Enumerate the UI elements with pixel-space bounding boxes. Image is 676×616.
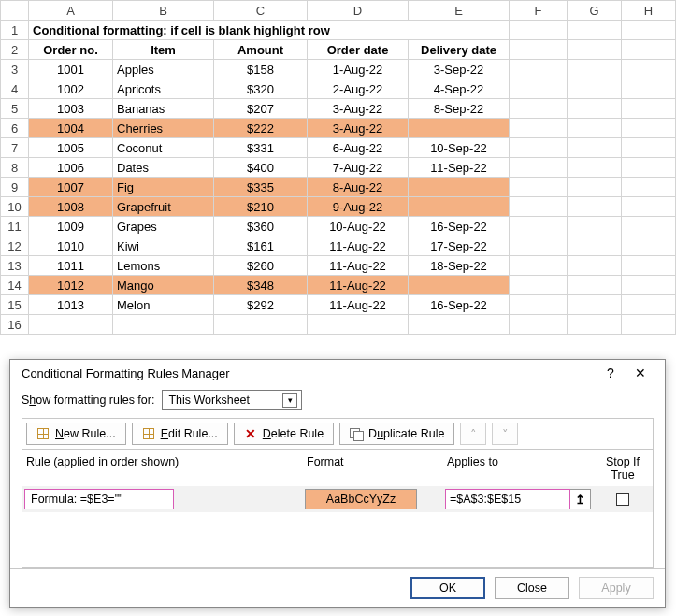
cell-item[interactable]: Grapes xyxy=(113,217,214,236)
row-9[interactable]: 9 xyxy=(1,178,29,197)
cell[interactable] xyxy=(510,158,568,178)
cell-item[interactable]: Bananas xyxy=(113,99,214,119)
row-5[interactable]: 5 xyxy=(1,99,29,119)
cell-item[interactable]: Coconut xyxy=(113,138,214,158)
cell-amount[interactable]: $331 xyxy=(214,138,308,158)
row-2[interactable]: 2 xyxy=(1,40,29,60)
col-E[interactable]: E xyxy=(409,1,510,21)
cell-amount[interactable]: $335 xyxy=(214,178,308,197)
cell-item[interactable]: Apples xyxy=(113,60,214,79)
col-B[interactable]: B xyxy=(113,1,214,21)
cell-order[interactable]: 1003 xyxy=(29,99,113,119)
cell-odate[interactable]: 11-Aug-22 xyxy=(308,276,409,295)
cell-amount[interactable]: $210 xyxy=(214,197,308,217)
header-ddate[interactable]: Delivery date xyxy=(409,40,510,60)
cell[interactable] xyxy=(510,60,568,79)
cell-order[interactable]: 1009 xyxy=(29,217,113,236)
cell-order[interactable]: 1011 xyxy=(29,256,113,276)
cell-ddate[interactable]: 16-Sep-22 xyxy=(409,295,510,315)
cell-item[interactable]: Apricots xyxy=(113,79,214,99)
cell[interactable] xyxy=(510,236,568,256)
cell[interactable] xyxy=(622,197,676,217)
cell[interactable] xyxy=(568,158,622,178)
cell-amount[interactable]: $360 xyxy=(214,217,308,236)
stop-if-true-checkbox[interactable] xyxy=(616,493,629,506)
col-A[interactable]: A xyxy=(29,1,113,21)
cell-amount[interactable]: $158 xyxy=(214,60,308,79)
cell-amount[interactable]: $222 xyxy=(214,119,308,138)
spreadsheet-grid[interactable]: A B C D E F G H 1 Conditional formatting… xyxy=(0,0,676,335)
cell[interactable] xyxy=(622,217,676,236)
cell[interactable] xyxy=(568,315,622,335)
cell-ddate[interactable] xyxy=(409,178,510,197)
row-4[interactable]: 4 xyxy=(1,79,29,99)
cell-item[interactable]: Fig xyxy=(113,178,214,197)
cell[interactable] xyxy=(622,21,676,40)
cell[interactable] xyxy=(622,138,676,158)
cell[interactable] xyxy=(622,256,676,276)
row-1[interactable]: 1 xyxy=(1,21,29,40)
col-D[interactable]: D xyxy=(308,1,409,21)
cell[interactable] xyxy=(568,236,622,256)
cell-order[interactable]: 1010 xyxy=(29,236,113,256)
range-picker-button[interactable]: ↥ xyxy=(570,489,591,509)
cell[interactable] xyxy=(568,295,622,315)
row-11[interactable]: 11 xyxy=(1,217,29,236)
cell[interactable] xyxy=(622,276,676,295)
cell[interactable] xyxy=(308,315,409,335)
cell-item[interactable]: Dates xyxy=(113,158,214,178)
close-icon[interactable]: ✕ xyxy=(626,365,655,380)
cell-order[interactable]: 1005 xyxy=(29,138,113,158)
cell-odate[interactable]: 8-Aug-22 xyxy=(308,178,409,197)
cell[interactable] xyxy=(622,315,676,335)
cell[interactable] xyxy=(622,40,676,60)
cell-item[interactable]: Cherries xyxy=(113,119,214,138)
row-8[interactable]: 8 xyxy=(1,158,29,178)
cell[interactable] xyxy=(510,295,568,315)
cell[interactable] xyxy=(568,60,622,79)
cell-amount[interactable]: $400 xyxy=(214,158,308,178)
help-button[interactable]: ? xyxy=(596,365,626,380)
cell-order[interactable]: 1006 xyxy=(29,158,113,178)
format-preview[interactable]: AaBbCcYyZz xyxy=(305,489,417,509)
row-3[interactable]: 3 xyxy=(1,60,29,79)
header-item[interactable]: Item xyxy=(113,40,214,60)
cell-ddate[interactable]: 17-Sep-22 xyxy=(409,236,510,256)
cell[interactable] xyxy=(568,197,622,217)
cell[interactable] xyxy=(568,40,622,60)
delete-rule-button[interactable]: ✕Delete Rule xyxy=(234,423,334,445)
rule-formula[interactable]: Formula: =$E3="" xyxy=(24,489,174,509)
cell-amount[interactable]: $260 xyxy=(214,256,308,276)
scope-select[interactable]: This Worksheet ▾ xyxy=(162,390,302,410)
row-7[interactable]: 7 xyxy=(1,138,29,158)
cell-order[interactable]: 1008 xyxy=(29,197,113,217)
cell-ddate[interactable]: 3-Sep-22 xyxy=(409,60,510,79)
cell-amount[interactable]: $207 xyxy=(214,99,308,119)
cell-amount[interactable]: $292 xyxy=(214,295,308,315)
edit-rule-button[interactable]: Edit Rule... xyxy=(132,423,228,445)
cell[interactable] xyxy=(622,178,676,197)
cell[interactable] xyxy=(568,217,622,236)
cell[interactable] xyxy=(510,79,568,99)
new-rule-button[interactable]: New Rule... xyxy=(26,423,126,445)
cell-ddate[interactable]: 16-Sep-22 xyxy=(409,217,510,236)
cell[interactable] xyxy=(568,99,622,119)
cell[interactable] xyxy=(409,315,510,335)
cell-item[interactable]: Grapefruit xyxy=(113,197,214,217)
cell[interactable] xyxy=(622,236,676,256)
close-button[interactable]: Close xyxy=(495,577,569,599)
cell[interactable] xyxy=(622,119,676,138)
header-odate[interactable]: Order date xyxy=(308,40,409,60)
cell[interactable] xyxy=(510,99,568,119)
cell-odate[interactable]: 6-Aug-22 xyxy=(308,138,409,158)
rule-row[interactable]: Formula: =$E3="" AaBbCcYyZz =$A$3:$E$15 … xyxy=(22,486,653,512)
move-up-button[interactable]: ˄ xyxy=(460,423,486,445)
cell[interactable] xyxy=(622,79,676,99)
cell-ddate[interactable]: 4-Sep-22 xyxy=(409,79,510,99)
cell-order[interactable]: 1007 xyxy=(29,178,113,197)
row-13[interactable]: 13 xyxy=(1,256,29,276)
cell-amount[interactable]: $320 xyxy=(214,79,308,99)
cell-item[interactable]: Kiwi xyxy=(113,236,214,256)
cell[interactable] xyxy=(568,21,622,40)
cell[interactable] xyxy=(510,217,568,236)
